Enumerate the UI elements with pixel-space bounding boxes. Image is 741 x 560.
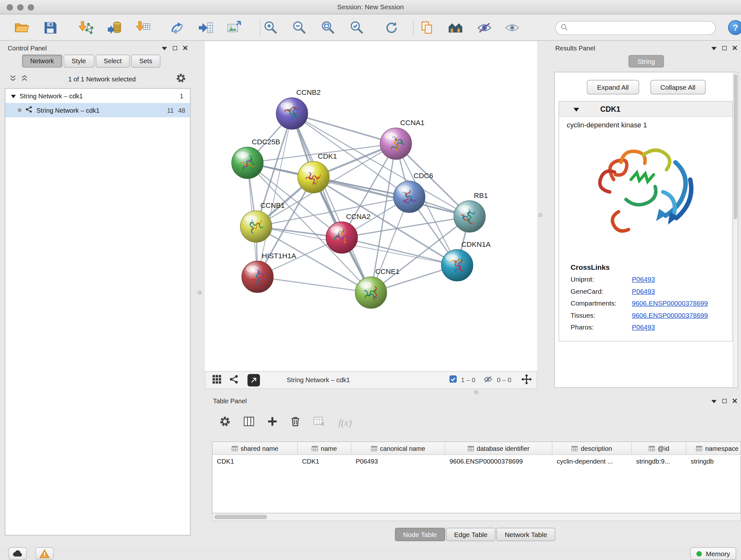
function-builder-icon[interactable]: f(x) [339,417,352,428]
memory-button[interactable]: Memory [690,548,736,560]
zoom-in-button[interactable] [262,20,279,36]
section-disclosure-icon[interactable] [574,105,579,113]
network-node-CCNA1[interactable]: CCNA1 [380,119,424,160]
tab-network-table[interactable]: Network Table [496,528,555,541]
table-row[interactable]: CDK1CDK1P064939606.ENSP00000378699cyclin… [212,455,741,468]
column-header-database-identifier[interactable]: database identifier [445,442,552,455]
tab-sets[interactable]: Sets [131,55,160,68]
results-scrollbar-thumb[interactable] [734,74,738,219]
cloud-button[interactable] [9,548,27,560]
crosslinks-block: CrossLinks Uniprot:P06493GeneCard:P06493… [570,263,732,341]
tab-network[interactable]: Network [22,55,62,68]
network-node-CCNB2[interactable]: CCNB2 [276,88,321,129]
node-label: CDK1 [318,152,337,160]
search-input[interactable] [571,23,716,33]
pan-move-icon[interactable] [522,374,532,386]
table-settings-gear-icon[interactable] [220,416,230,429]
zoom-fit-icon [320,20,336,36]
collapse-all-icon[interactable] [10,75,16,83]
show-columns-icon[interactable] [244,417,254,428]
panel-menu-icon[interactable] [711,44,717,52]
tab-string[interactable]: String [628,55,664,68]
column-header-canonical-name[interactable]: canonical name [351,442,445,455]
network-share-icon[interactable] [229,374,239,386]
expand-all-button[interactable]: Expand All [587,80,638,95]
show-all-button[interactable] [504,20,521,36]
hide-selected-button[interactable] [476,20,493,36]
network-node-HIST1H1A[interactable]: HIST1H1A [242,252,296,293]
database-icon [107,20,123,36]
left-splitter-grip[interactable] [198,291,202,295]
refresh-button[interactable] [384,20,400,36]
import-network-file-button[interactable] [78,20,94,36]
table-horizontal-scrollbar[interactable] [212,513,741,521]
duplicate-page-button[interactable] [419,20,435,36]
network-tools-button[interactable] [169,20,185,36]
panel-float-icon[interactable] [173,46,178,50]
column-header--id[interactable]: @id [632,442,686,455]
crosslink-value-link[interactable]: P06493 [632,275,655,283]
help-button[interactable]: ? [728,20,741,35]
home-button[interactable] [448,20,464,36]
panel-close-icon[interactable] [732,44,737,52]
save-session-button[interactable] [42,20,58,36]
zoom-out-button[interactable] [291,20,307,36]
table-panel-tabs: Node TableEdge TableNetwork Table [209,528,741,541]
panel-float-icon[interactable] [723,399,727,403]
network-node-RB1[interactable]: RB1 [454,192,488,233]
panel-float-icon[interactable] [723,46,727,50]
import-table-button[interactable] [136,20,152,36]
expand-all-icon[interactable] [21,75,28,83]
open-session-button[interactable] [13,20,30,36]
panel-menu-icon[interactable] [162,44,167,52]
gear-icon[interactable] [176,73,186,85]
crosslink-value-link[interactable]: 9606.ENSP00000378699 [632,300,708,307]
zoom-selected-icon [349,20,364,36]
disclosure-triangle-icon[interactable] [11,92,16,100]
node-label: CCNA1 [400,119,424,127]
network-node-CDKN1A[interactable]: CDKN1A [441,240,490,281]
add-column-icon[interactable] [268,417,277,428]
bottom-splitter-grip[interactable] [475,390,478,394]
results-scrollbar[interactable] [733,72,738,388]
delete-column-trash-icon[interactable] [291,416,300,429]
export-table-button[interactable] [198,20,214,36]
zoom-selected-button[interactable] [348,20,365,36]
column-header-shared-name[interactable]: shared name [212,442,298,455]
cloud-icon [12,550,23,557]
network-row-selected[interactable]: String Network – cdk1 11 48 [5,103,190,118]
panel-menu-icon[interactable] [711,397,717,405]
tab-node-table[interactable]: Node Table [395,528,445,541]
tab-style[interactable]: Style [64,55,94,68]
delete-table-icon[interactable] [314,417,325,428]
crosslink-value-link[interactable]: P06493 [632,287,655,295]
crosslinks-title: CrossLinks [570,263,732,271]
tab-edge-table[interactable]: Edge Table [446,528,495,541]
panel-close-icon[interactable] [183,44,188,52]
open-in-new-window-button[interactable] [248,374,260,386]
network-collection-row[interactable]: String Network – cdk1 1 [5,89,190,103]
network-node-CDK1[interactable]: CDK1 [298,152,337,193]
crosslink-value-link[interactable]: P06493 [632,323,655,331]
collapse-all-button[interactable]: Collapse All [650,80,705,95]
panel-close-icon[interactable] [732,397,737,405]
circular-arrows-icon [170,20,185,36]
table-panel-title: Table Panel [213,397,247,405]
tab-select[interactable]: Select [95,55,130,68]
right-splitter-grip[interactable] [539,213,542,217]
selected-checkbox-icon[interactable] [449,375,457,385]
network-graph[interactable]: CCNB2CCNA1CDC25BCDK1CDC6RB1CCNB1CCNA2CDK… [205,41,537,371]
column-header-namespace[interactable]: namespace [686,442,741,455]
crosslink-value-link[interactable]: 9606.ENSP00000378699 [632,311,708,319]
birds-eye-view-icon[interactable] [212,374,222,386]
hidden-eye-slash-icon[interactable] [483,375,493,385]
import-network-database-button[interactable] [107,20,123,36]
column-header-description[interactable]: description [552,442,632,455]
export-image-button[interactable] [226,20,242,36]
column-header-name[interactable]: name [298,442,351,455]
table-scrollbar-thumb[interactable] [214,515,267,519]
warnings-button[interactable] [36,548,54,560]
protein-section-header[interactable]: CDK1 [559,102,732,117]
network-view[interactable]: CCNB2CCNA1CDC25BCDK1CDC6RB1CCNB1CCNA2CDK… [205,41,537,371]
zoom-fit-button[interactable] [320,20,336,36]
